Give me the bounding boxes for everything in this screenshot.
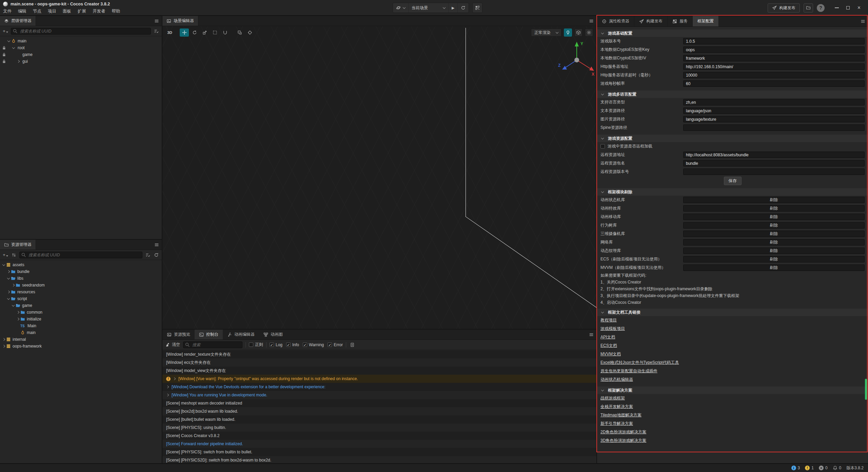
log-row[interactable]: [Scene] [PHYSICS]: switch from builtin t… bbox=[162, 448, 596, 456]
menu-item-扩展[interactable]: 扩展 bbox=[78, 8, 86, 14]
link-ECS文档[interactable]: ECS文档 bbox=[600, 343, 617, 349]
filter-icon[interactable] bbox=[145, 253, 151, 257]
chevron-down-icon[interactable] bbox=[6, 297, 11, 301]
link-Tiledmap地图解决方案[interactable]: Tiledmap地图解决方案 bbox=[600, 412, 642, 418]
chevron-down-icon[interactable] bbox=[6, 276, 11, 281]
play-button[interactable]: ▶ bbox=[449, 3, 458, 13]
link-教程项目[interactable]: 教程项目 bbox=[600, 317, 617, 323]
tree-node-main[interactable]: main bbox=[0, 329, 162, 336]
panel-menu-icon[interactable] bbox=[154, 19, 159, 23]
sort-icon[interactable] bbox=[11, 253, 17, 257]
console-tab-动画编辑器[interactable]: 动画编辑器 bbox=[223, 330, 259, 339]
config-field-input-0[interactable] bbox=[683, 152, 865, 158]
config-field-input-3[interactable] bbox=[683, 63, 865, 70]
section-header-框架解决方案[interactable]: 框架解决方案 bbox=[597, 387, 868, 394]
notification-count[interactable]: 0 bbox=[833, 466, 842, 470]
lighting-toggle-icon[interactable] bbox=[564, 28, 572, 37]
tree-node-main[interactable]: main bbox=[0, 38, 162, 44]
hierarchy-tab[interactable]: 层级管理器 bbox=[0, 16, 36, 26]
remote-load-checkbox[interactable] bbox=[600, 144, 605, 149]
chevron-right-icon[interactable] bbox=[2, 337, 6, 342]
tree-node-oops-framework[interactable]: oops-framework bbox=[0, 343, 162, 350]
link-动画状态机编辑器[interactable]: 动画状态机编辑器 bbox=[600, 377, 633, 382]
panel-menu-icon[interactable] bbox=[589, 332, 594, 337]
chevron-right-icon[interactable] bbox=[6, 270, 11, 274]
section-header-游戏资源配置[interactable]: 游戏资源配置 bbox=[597, 135, 868, 142]
scene-viewport[interactable]: Y X Z 3D 正常渲染 bbox=[162, 26, 596, 329]
expand-chevron-icon[interactable] bbox=[166, 394, 169, 397]
config-field-input-2[interactable] bbox=[683, 116, 865, 122]
snap-tool-icon[interactable] bbox=[235, 28, 244, 37]
help-button[interactable]: ? bbox=[817, 4, 825, 12]
regex-toggle[interactable]: 正则 bbox=[249, 342, 263, 348]
log-row[interactable]: [Scene] [PHYSICS2D]: switch from box2d-w… bbox=[162, 456, 596, 463]
log-row[interactable]: [Scene] [PHYSICS]: using builtin. bbox=[162, 424, 596, 432]
open-project-folder-button[interactable] bbox=[804, 3, 813, 13]
info-count[interactable]: i 3 bbox=[791, 466, 800, 470]
config-field-input-5[interactable] bbox=[683, 80, 865, 87]
reload-button[interactable] bbox=[458, 3, 469, 13]
minimize-button[interactable] bbox=[831, 3, 842, 13]
menu-item-面板[interactable]: 面板 bbox=[63, 8, 71, 14]
chevron-right-icon[interactable] bbox=[2, 344, 6, 349]
chevron-right-icon[interactable] bbox=[6, 290, 11, 294]
log-row[interactable]: [Scene] Forward render pipeline initiali… bbox=[162, 440, 596, 448]
tree-node-common[interactable]: common bbox=[0, 309, 162, 316]
build-publish-button[interactable]: 构建发布 bbox=[768, 3, 800, 13]
tree-node-bundle[interactable]: bundle bbox=[0, 268, 162, 275]
menu-item-节点[interactable]: 节点 bbox=[33, 8, 41, 14]
log-row[interactable]: [Window] You are running Vue in developm… bbox=[162, 391, 596, 399]
filter-toggle-Log[interactable]: Log bbox=[270, 342, 282, 347]
pivot-tool-icon[interactable] bbox=[245, 28, 254, 37]
scene-settings-gear-icon[interactable] bbox=[585, 28, 593, 37]
scene-select[interactable]: 当前场景 bbox=[409, 3, 449, 13]
link-Excel格式转Json文件与TypeScript代码工具[interactable]: Excel格式转Json文件与TypeScript代码工具 bbox=[600, 360, 679, 366]
expand-chevron-icon[interactable] bbox=[173, 377, 176, 380]
remove-module-button[interactable]: 剔除 bbox=[683, 205, 865, 212]
chevron-down-icon[interactable] bbox=[2, 263, 6, 267]
link-2D角色扮演游戏解决方案[interactable]: 2D角色扮演游戏解决方案 bbox=[600, 429, 646, 435]
config-field-input-1[interactable] bbox=[683, 160, 865, 166]
regex-checkbox[interactable] bbox=[249, 342, 253, 347]
config-field-input-1[interactable] bbox=[683, 46, 865, 53]
filter-toggle-Error[interactable]: Error bbox=[328, 342, 343, 347]
chevron-down-icon[interactable] bbox=[12, 46, 16, 50]
filter-toggle-Info[interactable]: Info bbox=[286, 342, 299, 347]
close-button[interactable]: × bbox=[853, 3, 865, 13]
tree-node-script[interactable]: script bbox=[0, 295, 162, 302]
remove-module-button[interactable]: 剔除 bbox=[683, 239, 865, 245]
link-MVVM文档[interactable]: MVVM文档 bbox=[600, 351, 621, 357]
warning-count[interactable]: ! 1 bbox=[805, 466, 814, 470]
rotate-tool-icon[interactable] bbox=[190, 28, 199, 37]
rect-tool-icon[interactable] bbox=[210, 28, 219, 37]
link-新手引导解决方案[interactable]: 新手引导解决方案 bbox=[600, 421, 633, 427]
log-file-icon[interactable] bbox=[349, 342, 355, 347]
log-row[interactable]: [Window] model_view文件夹存在 bbox=[162, 367, 596, 375]
tree-node-seedrandom[interactable]: seedrandom bbox=[0, 282, 162, 289]
chevron-down-icon[interactable] bbox=[11, 303, 16, 308]
link-全栈开发解决方案[interactable]: 全栈开发解决方案 bbox=[600, 404, 633, 410]
inspector-tab-框架配置[interactable]: 框架配置 bbox=[693, 16, 719, 26]
assets-tab[interactable]: 资源管理器 bbox=[0, 240, 36, 250]
config-field-input-3[interactable] bbox=[683, 124, 865, 131]
assets-search-input[interactable] bbox=[28, 252, 140, 258]
config-field-input-1[interactable] bbox=[683, 107, 865, 114]
section-header-框架模块剔除[interactable]: 框架模块剔除 bbox=[597, 188, 868, 196]
config-field-input-0[interactable] bbox=[683, 99, 865, 105]
filter-toggle-Warning[interactable]: Warning bbox=[303, 342, 324, 347]
inspector-tab-属性检查器[interactable]: 属性检查器 bbox=[597, 16, 634, 26]
checkbox-Info[interactable] bbox=[286, 342, 291, 347]
panel-menu-icon[interactable] bbox=[589, 19, 594, 23]
remove-module-button[interactable]: 剔除 bbox=[683, 197, 865, 203]
log-row[interactable]: [Window] Download the Vue Devtools exten… bbox=[162, 383, 596, 391]
create-node-button[interactable]: + bbox=[2, 28, 8, 35]
log-row[interactable]: [Window] render_texture文件夹存在 bbox=[162, 350, 596, 358]
scrollbar-thumb[interactable] bbox=[865, 379, 867, 400]
config-field-input-2[interactable] bbox=[683, 55, 865, 61]
inspector-tab-服务[interactable]: 服务 bbox=[668, 16, 693, 26]
chevron-right-icon[interactable] bbox=[16, 317, 20, 321]
menu-item-编辑[interactable]: 编辑 bbox=[18, 8, 26, 14]
move-tool-icon[interactable] bbox=[180, 28, 189, 37]
console-tab-资源预览[interactable]: 资源预览 bbox=[162, 330, 195, 339]
tree-node-game[interactable]: game bbox=[0, 51, 162, 58]
